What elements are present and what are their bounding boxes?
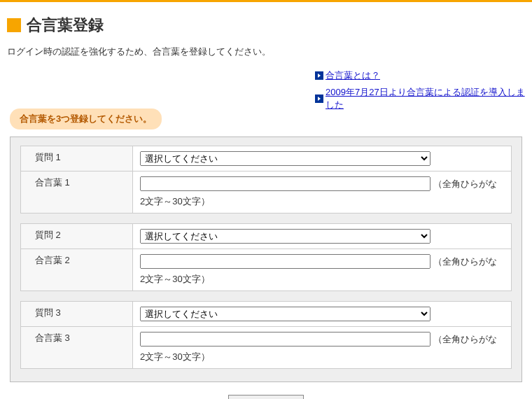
question-3-select[interactable]: 選択してください <box>140 307 430 321</box>
question-3-label: 質問 3 <box>21 302 133 327</box>
page-description: ログイン時の認証を強化するため、合言葉を登録してください。 <box>7 46 525 58</box>
answer-3-input[interactable] <box>140 332 430 346</box>
qa-block-2: 質問 2 選択してください 合言葉 2 （全角ひらがな 2文字～30文字） <box>20 223 512 291</box>
page-title: 合言葉登録 <box>27 15 104 36</box>
page-header: 合言葉登録 <box>7 15 525 36</box>
question-2-label: 質問 2 <box>21 224 133 249</box>
next-button[interactable]: 次へ（確認） <box>228 395 304 399</box>
whatis-link[interactable]: 合言葉とは？ <box>326 69 380 82</box>
answer-1-input[interactable] <box>140 176 430 191</box>
qa-block-3: 質問 3 選択してください 合言葉 3 （全角ひらがな 2文字～30文字） <box>20 301 512 369</box>
answer-3-label: 合言葉 3 <box>21 327 133 369</box>
question-1-label: 質問 1 <box>21 146 133 172</box>
form-panel: 質問 1 選択してください 合言葉 1 （全角ひらがな 2文字～30文字） 質問… <box>10 136 522 382</box>
answer-hint-line2: 2文字～30文字） <box>140 273 504 286</box>
answer-2-input[interactable] <box>140 254 430 269</box>
answer-hint-inline: （全角ひらがな <box>433 256 497 267</box>
qa-block-1: 質問 1 選択してください 合言葉 1 （全角ひらがな 2文字～30文字） <box>20 146 512 214</box>
question-1-select[interactable]: 選択してください <box>140 151 430 166</box>
arrow-right-icon <box>315 71 323 80</box>
title-square-icon <box>7 18 21 32</box>
answer-hint-inline: （全角ひらがな <box>433 178 497 189</box>
answer-hint-line2: 2文字～30文字） <box>140 351 504 363</box>
question-2-select[interactable]: 選択してください <box>140 229 430 244</box>
arrow-right-icon <box>315 94 323 103</box>
answer-hint-inline: （全角ひらがな <box>433 334 497 344</box>
answer-2-label: 合言葉 2 <box>21 249 133 291</box>
instruction-badge: 合言葉を3つ登録してください。 <box>10 108 162 130</box>
answer-hint-line2: 2文字～30文字） <box>140 195 504 208</box>
notice-link[interactable]: 2009年7月27日より合言葉による認証を導入しました <box>326 86 525 111</box>
answer-1-label: 合言葉 1 <box>21 172 133 214</box>
